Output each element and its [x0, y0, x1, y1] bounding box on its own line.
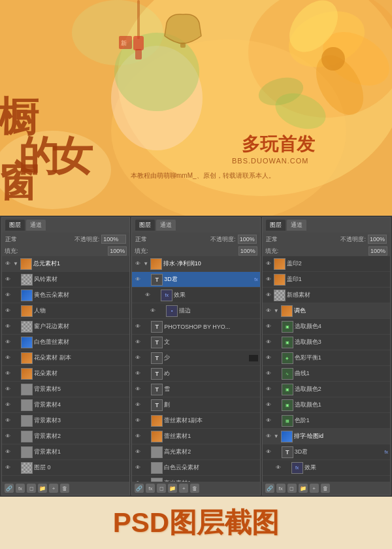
visibility-icon[interactable]: 👁	[4, 401, 12, 409]
layer-item[interactable]: 👁 背景素材2	[2, 429, 129, 444]
layer-item[interactable]: 👁 背景素材1	[2, 444, 129, 460]
visibility-icon[interactable]: 👁	[134, 401, 142, 409]
fx-icon[interactable]: fx	[276, 484, 286, 493]
layer-item[interactable]: 👁 T め	[132, 366, 259, 382]
visibility-icon[interactable]: 👁	[265, 433, 272, 441]
visibility-icon[interactable]: 👁	[134, 448, 142, 456]
mask-icon[interactable]: ◻	[287, 484, 297, 493]
layer-item[interactable]: 👁 T 雪	[132, 382, 259, 397]
layer-item[interactable]: 👁 T 劃	[132, 397, 259, 413]
visibility-icon[interactable]: 👁	[265, 323, 272, 331]
layer-item[interactable]: 👁 T 3D君 fx	[263, 444, 390, 460]
layer-item[interactable]: 👁 ▪ 描边	[132, 303, 259, 319]
visibility-icon[interactable]: 👁	[265, 354, 272, 362]
layer-list-2[interactable]: 👁 ▼ 排水·净利润10 👁 T 3D君 fx 👁 fx 效果 👁	[132, 256, 259, 482]
layer-item[interactable]: 👁 图层 0	[2, 460, 129, 476]
layer-item[interactable]: 👁 ∿ 曲线1	[263, 366, 390, 382]
layer-item[interactable]: 👁 ▼ 排水·净利润10	[132, 256, 259, 272]
visibility-icon[interactable]: 👁	[4, 433, 12, 441]
tab-layers-2[interactable]: 图层	[135, 220, 155, 231]
layer-item[interactable]: 👁 白色云朵素材	[132, 460, 259, 476]
layer-item[interactable]: 👁 背景素材4	[2, 397, 129, 413]
layer-item[interactable]: 👁 窗户花边素材	[2, 319, 129, 335]
visibility-icon[interactable]: 👁	[134, 417, 142, 425]
layer-item[interactable]: 👁 ◈ 色彩平衡1	[263, 350, 390, 366]
visibility-icon[interactable]: 👁	[4, 386, 12, 393]
layer-item[interactable]: 👁 fx 效果	[263, 460, 390, 476]
link-icon[interactable]: 🔗	[5, 484, 14, 493]
layer-item[interactable]: 👁 新感素材	[263, 288, 390, 303]
fx-icon[interactable]: fx	[16, 484, 25, 493]
layer-list-1[interactable]: 👁 ▼ 总元素村1 👁 风铃素材 👁 黄色云朵素材 👁	[2, 256, 129, 482]
layer-item[interactable]: 👁 ▼ 总元素村1	[2, 256, 129, 272]
link-icon[interactable]: 🔗	[265, 484, 274, 493]
visibility-icon[interactable]: 👁	[4, 448, 12, 456]
new-layer-icon[interactable]: +	[310, 484, 319, 493]
visibility-icon[interactable]: 👁	[134, 370, 142, 378]
mask-icon[interactable]: ◻	[157, 484, 166, 493]
layer-item[interactable]: 👁 人物	[2, 303, 129, 319]
layer-item[interactable]: 👁 花朵素材	[2, 366, 129, 382]
visibility-icon[interactable]: 👁	[4, 339, 12, 346]
visibility-icon[interactable]: 👁	[4, 276, 12, 284]
layer-item[interactable]: 👁 T 少	[132, 350, 259, 366]
layer-item[interactable]: 👁 高光素材2	[132, 444, 259, 460]
visibility-icon[interactable]: 👁	[4, 291, 12, 299]
visibility-icon[interactable]: 👁	[4, 370, 12, 378]
layer-item[interactable]: 👁 ▣ 选取颜色1	[263, 397, 390, 413]
visibility-icon[interactable]: 👁	[265, 448, 272, 456]
visibility-icon[interactable]: 👁	[134, 276, 142, 284]
layer-item[interactable]: 👁 背景素材3	[2, 413, 129, 429]
tab-channels-1[interactable]: 通道	[26, 220, 46, 231]
layer-item[interactable]: 👁 T 3D君 fx	[132, 272, 259, 288]
visibility-icon[interactable]: 👁	[265, 370, 272, 378]
visibility-icon[interactable]: 👁	[134, 260, 142, 268]
layer-list-3[interactable]: 👁 盖印2 👁 盖印1 👁 新感素材 👁 ▼ 调色 👁	[263, 256, 390, 482]
fx-icon[interactable]: fx	[146, 484, 155, 493]
layer-item[interactable]: 👁 T 文	[132, 335, 259, 350]
visibility-icon[interactable]: 👁	[265, 307, 272, 315]
visibility-icon[interactable]: 👁	[265, 291, 272, 299]
visibility-icon[interactable]: 👁	[4, 323, 12, 331]
layer-item[interactable]: 👁 高光素材1	[132, 476, 259, 482]
folder-icon[interactable]: 📁	[299, 484, 308, 493]
visibility-icon[interactable]: 👁	[134, 464, 142, 472]
layer-item[interactable]: 👁 ▣ 选取颜色3	[263, 335, 390, 350]
link-icon[interactable]: 🔗	[135, 484, 144, 493]
tab-layers-3[interactable]: 图层	[266, 220, 286, 231]
layer-item[interactable]: 👁 白色蕾丝素材	[2, 335, 129, 350]
layer-item[interactable]: 👁 蕾丝素材1	[132, 429, 259, 444]
visibility-icon[interactable]: 👁	[4, 417, 12, 425]
visibility-icon[interactable]: 👁	[4, 260, 12, 268]
layer-item[interactable]: 👁 ▼ 排字·绘图id	[263, 429, 390, 444]
layer-item[interactable]: 👁 风铃素材	[2, 272, 129, 288]
visibility-icon[interactable]: 👁	[134, 354, 142, 362]
new-layer-icon[interactable]: +	[179, 484, 188, 493]
layer-item[interactable]: 👁 背景素材5	[2, 382, 129, 397]
layer-item[interactable]: 👁 花朵素材 副本	[2, 350, 129, 366]
tab-channels-3[interactable]: 通道	[287, 220, 306, 231]
visibility-icon[interactable]: 👁	[265, 339, 272, 346]
folder-icon[interactable]: 📁	[168, 484, 177, 493]
visibility-icon[interactable]: 👁	[265, 276, 272, 284]
visibility-icon[interactable]: 👁	[265, 417, 272, 425]
visibility-icon[interactable]: 👁	[274, 464, 282, 472]
visibility-icon[interactable]: 👁	[134, 323, 142, 331]
layer-item[interactable]: 👁 盖印1	[263, 272, 390, 288]
layer-item[interactable]: 👁 ▦ 色阶1	[263, 413, 390, 429]
visibility-icon[interactable]: 👁	[134, 386, 142, 393]
visibility-icon[interactable]: 👁	[144, 291, 152, 299]
visibility-icon[interactable]: 👁	[265, 260, 272, 268]
delete-layer-icon[interactable]: 🗑	[321, 484, 330, 493]
tab-layers-1[interactable]: 图层	[5, 220, 25, 231]
layer-item[interactable]: 👁 ▣ 选取颜色2	[263, 382, 390, 397]
tab-channels-2[interactable]: 通道	[156, 220, 176, 231]
visibility-icon[interactable]: 👁	[4, 354, 12, 362]
visibility-icon[interactable]: 👁	[265, 386, 272, 393]
layer-item[interactable]: 👁 T PHOTOSHOP BY HYO...	[132, 319, 259, 335]
visibility-icon[interactable]: 👁	[134, 339, 142, 346]
visibility-icon[interactable]: 👁	[265, 401, 272, 409]
layer-item[interactable]: 👁 fx 效果	[132, 288, 259, 303]
visibility-icon[interactable]: 👁	[4, 307, 12, 315]
delete-layer-icon[interactable]: 🗑	[60, 484, 69, 493]
